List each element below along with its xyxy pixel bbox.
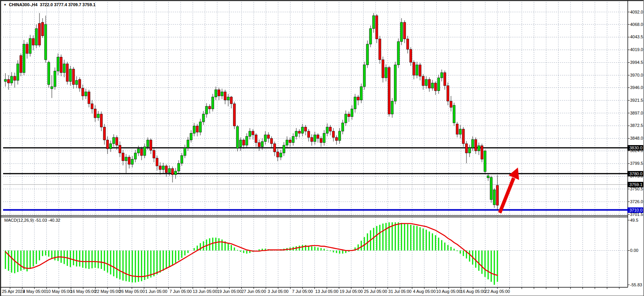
candle-body <box>304 127 307 131</box>
chart-canvas[interactable] <box>0 0 644 296</box>
candle-body <box>239 140 242 147</box>
candle-body <box>227 97 229 100</box>
candle-body <box>29 38 31 53</box>
macd-current-value: -51.03 <box>35 218 47 222</box>
candle-body <box>143 147 146 156</box>
candle-body <box>218 90 220 96</box>
candle-body <box>171 168 174 175</box>
time-axis-label: 4 Aug 05:00 <box>413 289 436 294</box>
candle-body <box>481 146 483 159</box>
candle-body <box>493 190 495 205</box>
time-axis-label: 25 Apr 2023 <box>2 289 25 294</box>
price-axis-label: 3848.0 <box>630 136 643 141</box>
candle-body <box>363 65 366 87</box>
candle-body <box>147 140 149 147</box>
candle-body <box>397 41 400 65</box>
candle-body <box>134 153 137 159</box>
candle-body <box>184 148 186 156</box>
candle-body <box>91 104 93 109</box>
candle-body <box>295 131 297 136</box>
time-axis-label: 1 Jun 05:00 <box>145 289 167 294</box>
time-axis-label: 19 Jul 05:00 <box>340 289 363 294</box>
candle-body <box>109 144 112 149</box>
candle-body <box>478 146 480 151</box>
candle-body <box>394 65 396 101</box>
price-level-badge: 3780.0 <box>627 171 644 176</box>
symbol-dropdown-icon[interactable]: ▼ <box>3 3 7 7</box>
candle-body <box>140 149 143 156</box>
candle-body <box>103 127 106 140</box>
candle-body <box>419 65 421 76</box>
candle-body <box>273 144 276 152</box>
candle-body <box>465 144 468 153</box>
candle-body <box>243 140 245 145</box>
candle-body <box>106 140 109 149</box>
candle-body <box>385 67 387 78</box>
candle-body <box>388 67 390 114</box>
candle-body <box>444 73 446 86</box>
time-axis-label: 16 May 05:00 <box>70 289 96 294</box>
candle-body <box>69 69 72 81</box>
time-axis-label: 7 Jul 05:00 <box>292 289 313 294</box>
candle-body <box>416 65 418 75</box>
candle-body <box>298 131 301 133</box>
candle-body <box>79 79 81 88</box>
window-right-edge <box>643 0 644 296</box>
candle-body <box>122 153 124 161</box>
candle-body <box>35 29 38 45</box>
candle-body <box>372 15 375 28</box>
time-axis-label: 22 May 05:00 <box>95 289 121 294</box>
candle-body <box>400 22 403 42</box>
candle-body <box>342 123 344 131</box>
candle-body <box>487 176 489 178</box>
price-axis-label: 4043.5 <box>630 34 643 39</box>
candle-body <box>292 136 294 142</box>
candle-body <box>178 163 180 171</box>
candle-body <box>283 145 285 153</box>
candle-body <box>360 87 362 100</box>
candle-body <box>208 106 211 109</box>
candle-body <box>221 92 223 96</box>
candle-body <box>270 139 273 144</box>
candle-body <box>236 127 239 148</box>
candle-body <box>369 29 372 44</box>
macd-axis-label: 0.00 <box>630 248 638 253</box>
candle-body <box>32 38 34 45</box>
candle-body <box>252 131 254 135</box>
candle-body <box>7 79 10 83</box>
candle-body <box>51 87 53 89</box>
macd-indicator-label: MACD(12,26,9) -51.03 -40.32 <box>4 218 60 222</box>
price-axis-label: 3799.5 <box>630 161 643 166</box>
candle-body <box>20 56 22 73</box>
candle-body <box>301 127 304 133</box>
candle-body <box>116 137 118 145</box>
candle-body <box>26 44 28 53</box>
price-axis-label: 3946.0 <box>630 85 643 90</box>
price-axis-label: 3726.0 <box>630 199 643 204</box>
candle-body <box>456 124 458 134</box>
price-axis-label: 3897.0 <box>630 111 643 116</box>
candle-body <box>205 106 208 114</box>
candle-body <box>379 39 381 60</box>
candle-body <box>233 104 236 126</box>
candle-body <box>496 185 499 205</box>
candle-body <box>289 140 291 143</box>
candle-body <box>335 137 338 140</box>
candle-body <box>17 64 19 80</box>
candle-body <box>230 97 232 104</box>
candle-body <box>431 83 434 88</box>
candle-body <box>181 156 183 163</box>
candle-body <box>264 135 266 141</box>
candle-body <box>174 171 177 175</box>
candle-body <box>471 139 474 147</box>
candle-body <box>75 80 78 85</box>
candle-body <box>332 131 335 137</box>
candle-body <box>475 139 477 151</box>
candle-body <box>366 44 369 65</box>
candle-body <box>97 114 99 118</box>
candle-body <box>280 153 282 157</box>
candle-body <box>125 157 127 161</box>
candle-body <box>307 131 310 137</box>
candle-body <box>162 166 164 169</box>
candle-body <box>345 114 347 123</box>
